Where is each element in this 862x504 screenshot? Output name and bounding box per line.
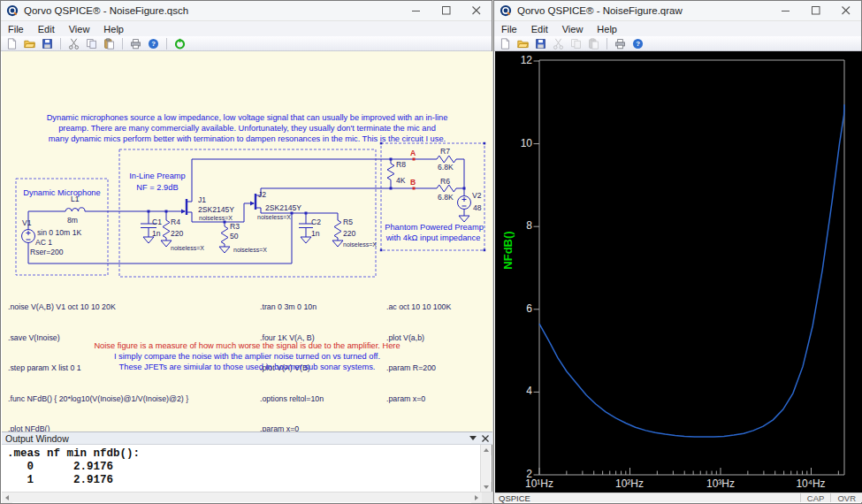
toolbar-separator bbox=[60, 38, 61, 50]
close-button[interactable] bbox=[462, 1, 492, 20]
phantom-box-label: Phantom Powered Preamp bbox=[385, 223, 484, 232]
copy-button[interactable] bbox=[568, 37, 584, 50]
new-file-icon bbox=[500, 38, 511, 50]
menu-edit[interactable]: Edit bbox=[531, 24, 548, 34]
menu-view[interactable]: View bbox=[562, 24, 584, 34]
y-tick: 10 bbox=[502, 137, 532, 149]
window-title: Qorvo QSPICE® - NoiseFigure.qraw bbox=[517, 5, 683, 16]
copy-button[interactable] bbox=[84, 37, 99, 50]
j1-model: 2SK2145Y bbox=[198, 205, 234, 214]
scroll-right-button[interactable] bbox=[471, 493, 482, 503]
l1-ref: L1 bbox=[71, 195, 80, 203]
minimize-button[interactable] bbox=[771, 1, 801, 20]
output-window-header[interactable]: Output Window bbox=[2, 431, 492, 445]
maximize-icon bbox=[812, 6, 820, 15]
help-button[interactable]: ? bbox=[630, 37, 645, 50]
output-window-title: Output Window bbox=[5, 433, 69, 444]
copy-icon bbox=[86, 38, 97, 50]
new-button[interactable] bbox=[4, 37, 19, 50]
save-icon bbox=[42, 38, 53, 50]
x-tick: 10³Hz bbox=[694, 477, 747, 490]
output-dropdown-icon[interactable] bbox=[469, 436, 477, 440]
resistor-R3 bbox=[221, 222, 228, 247]
titlebar[interactable]: Qorvo QSPICE® - NoiseFigure.qraw bbox=[494, 1, 861, 21]
menu-help[interactable]: Help bbox=[103, 24, 124, 34]
menu-edit[interactable]: Edit bbox=[38, 24, 55, 34]
output-close-icon[interactable] bbox=[482, 435, 489, 442]
waveform-plot-area[interactable]: NFdB() 12 10 8 6 4 2 10¹Hz 10²Hz 10³Hz 1… bbox=[495, 51, 862, 493]
r3-ref: R3 bbox=[230, 222, 240, 231]
r8-ref: R8 bbox=[396, 160, 406, 169]
print-button[interactable] bbox=[613, 37, 628, 50]
arrow-right-icon bbox=[475, 495, 478, 500]
x-tick: 10²Hz bbox=[603, 477, 656, 490]
schematic-note-top: Dynamic microphones source a low impedan… bbox=[2, 112, 492, 144]
save-button[interactable] bbox=[533, 37, 548, 50]
menu-help[interactable]: Help bbox=[597, 24, 617, 34]
horizontal-scrollbar[interactable] bbox=[2, 492, 492, 502]
cut-button[interactable] bbox=[66, 37, 81, 50]
paste-button[interactable] bbox=[102, 37, 117, 50]
scroll-up-button[interactable] bbox=[481, 445, 492, 455]
r5-noiseless: noiseless=X bbox=[343, 241, 377, 248]
help-button[interactable]: ? bbox=[146, 37, 161, 50]
maximize-button[interactable] bbox=[801, 1, 831, 20]
minimize-button[interactable] bbox=[401, 1, 431, 20]
menubar: File Edit View Help bbox=[494, 21, 861, 36]
v2-ref: V2 bbox=[472, 191, 482, 200]
plot-frame bbox=[539, 60, 844, 475]
junction-dots bbox=[148, 158, 466, 224]
r3-noiseless: noiseless=X bbox=[233, 247, 267, 253]
j1-ref: J1 bbox=[198, 195, 206, 204]
scroll-left-button[interactable] bbox=[2, 493, 12, 503]
r4-ref: R4 bbox=[171, 218, 180, 226]
save-button[interactable] bbox=[40, 37, 55, 50]
print-icon bbox=[130, 38, 141, 50]
maximize-button[interactable] bbox=[431, 1, 462, 20]
menu-file[interactable]: File bbox=[8, 24, 24, 34]
r5-val: 220 bbox=[343, 229, 356, 238]
v1-ref: V1 bbox=[22, 218, 32, 227]
output-window-body[interactable]: .meas nf min nfdb(): 0 2.9176 1 2.9176 bbox=[2, 445, 482, 493]
r5-ref: R5 bbox=[343, 218, 353, 226]
toolbar-separator bbox=[166, 38, 167, 50]
r6-val: 6.8K bbox=[438, 193, 454, 202]
open-button[interactable] bbox=[515, 37, 530, 50]
svg-text:?: ? bbox=[151, 40, 156, 48]
c1-val: 1n bbox=[152, 229, 161, 238]
menu-file[interactable]: File bbox=[501, 24, 517, 34]
waveform-window: Qorvo QSPICE® - NoiseFigure.qraw File Ed… bbox=[493, 0, 862, 504]
preamp-box-label: In-Line Preamp bbox=[129, 172, 186, 180]
run-button[interactable] bbox=[172, 37, 187, 50]
node-a-label: A bbox=[410, 149, 416, 157]
output-vertical-scrollbar[interactable] bbox=[480, 445, 491, 493]
status-app-name: QSPICE bbox=[495, 493, 530, 503]
v1-rser: Rser=200 bbox=[30, 248, 64, 256]
r8-val: 4K bbox=[396, 176, 406, 185]
v2-val: 48 bbox=[473, 203, 482, 212]
new-button[interactable] bbox=[498, 37, 513, 50]
paste-icon bbox=[103, 38, 115, 50]
arrow-left-icon bbox=[5, 495, 9, 500]
menu-view[interactable]: View bbox=[69, 24, 90, 34]
schematic-canvas[interactable]: Dynamic microphones source a low impedan… bbox=[2, 51, 492, 431]
status-ovr-indicator: OVR bbox=[830, 493, 862, 502]
print-button[interactable] bbox=[128, 37, 143, 50]
r6-ref: R6 bbox=[440, 177, 450, 186]
paste-icon bbox=[588, 38, 599, 50]
close-button[interactable] bbox=[831, 1, 861, 20]
nfdb-trace bbox=[539, 104, 844, 437]
resistor-R5 bbox=[334, 213, 341, 241]
resistor-R8 bbox=[387, 159, 394, 188]
paste-button[interactable] bbox=[586, 37, 601, 50]
print-icon bbox=[614, 38, 626, 50]
cut-button[interactable] bbox=[551, 37, 566, 50]
maximize-icon bbox=[442, 6, 451, 15]
plot-svg bbox=[495, 51, 862, 493]
c2-ref: C2 bbox=[311, 218, 321, 226]
titlebar[interactable]: Qorvo QSPICE® - NoiseFigure.qsch bbox=[1, 1, 492, 21]
cut-icon bbox=[553, 38, 564, 50]
open-button[interactable] bbox=[22, 37, 37, 50]
scrollbar-track[interactable] bbox=[12, 493, 471, 502]
y-tick: 8 bbox=[502, 219, 532, 232]
